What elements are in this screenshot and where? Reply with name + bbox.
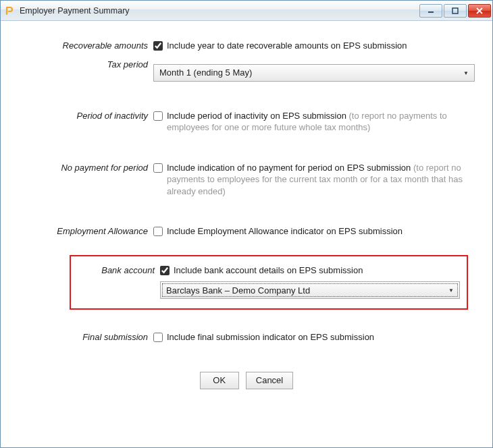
- checkbox-bank-account[interactable]: Include bank account details on EPS subm…: [160, 264, 460, 277]
- chevron-down-icon: ▼: [463, 69, 469, 76]
- window-frame: Employer Payment Summary Recoverable amo…: [0, 0, 493, 448]
- select-bank-account[interactable]: Barclays Bank – Demo Company Ltd ▼: [160, 281, 460, 299]
- checkbox-bank-account-text: Include bank account details on EPS subm…: [174, 264, 363, 277]
- label-emp-allowance: Employment Allowance: [18, 225, 153, 236]
- select-bank-account-value: Barclays Bank – Demo Company Ltd: [166, 285, 310, 296]
- checkbox-inactivity-text: Include period of inactivity on EPS subm…: [167, 111, 349, 121]
- checkbox-final-submission-input[interactable]: [153, 333, 163, 342]
- highlight-bank-account: Bank account Include bank account detail…: [70, 255, 468, 310]
- cancel-button[interactable]: Cancel: [246, 372, 293, 389]
- app-icon: [5, 5, 16, 16]
- checkbox-inactivity[interactable]: Include period of inactivity on EPS subm…: [153, 110, 475, 134]
- row-inactivity: Period of inactivity Include period of i…: [18, 110, 475, 134]
- minimize-button[interactable]: [419, 4, 442, 18]
- checkbox-emp-allowance-input[interactable]: [153, 227, 163, 236]
- label-inactivity: Period of inactivity: [18, 110, 153, 121]
- row-tax-period: Tax period Month 1 (ending 5 May) ▼: [18, 59, 475, 82]
- row-emp-allowance: Employment Allowance Include Employment …: [18, 225, 475, 237]
- checkbox-emp-allowance[interactable]: Include Employment Allowance indicator o…: [153, 225, 475, 237]
- checkbox-inactivity-input[interactable]: [153, 111, 163, 121]
- checkbox-recoverable-input[interactable]: [153, 41, 163, 51]
- chevron-down-icon: ▼: [448, 287, 454, 293]
- select-tax-period[interactable]: Month 1 (ending 5 May) ▼: [153, 64, 475, 82]
- row-no-payment: No payment for period Include indication…: [18, 162, 475, 198]
- label-final-submission: Final submission: [18, 331, 153, 342]
- label-recoverable: Recoverable amounts: [18, 40, 153, 51]
- checkbox-recoverable-text: Include year to date recoverable amounts…: [167, 40, 407, 52]
- label-no-payment: No payment for period: [18, 162, 153, 173]
- maximize-button[interactable]: [444, 4, 467, 18]
- svg-rect-1: [452, 8, 458, 13]
- checkbox-bank-account-input[interactable]: [160, 266, 170, 275]
- close-button[interactable]: [468, 4, 491, 18]
- footer-buttons: OK Cancel: [18, 372, 475, 389]
- titlebar: Employer Payment Summary: [1, 1, 492, 21]
- label-bank-account: Bank account: [78, 264, 160, 275]
- row-bank-account: Bank account Include bank account detail…: [78, 264, 460, 300]
- window-controls: [418, 1, 491, 20]
- select-tax-period-value: Month 1 (ending 5 May): [159, 67, 252, 78]
- dialog-content: Recoverable amounts Include year to date…: [1, 21, 492, 447]
- svg-rect-0: [428, 11, 434, 13]
- row-final-submission: Final submission Include final submissio…: [18, 331, 475, 343]
- ok-button[interactable]: OK: [200, 372, 239, 389]
- checkbox-recoverable[interactable]: Include year to date recoverable amounts…: [153, 40, 475, 52]
- window-title: Employer Payment Summary: [20, 6, 418, 16]
- checkbox-no-payment[interactable]: Include indication of no payment for per…: [153, 162, 475, 198]
- checkbox-no-payment-text: Include indication of no payment for per…: [167, 163, 413, 173]
- checkbox-final-submission[interactable]: Include final submission indicator on EP…: [153, 331, 475, 343]
- row-recoverable: Recoverable amounts Include year to date…: [18, 40, 475, 52]
- label-tax-period: Tax period: [18, 59, 153, 69]
- checkbox-final-submission-text: Include final submission indicator on EP…: [167, 331, 374, 343]
- checkbox-emp-allowance-text: Include Employment Allowance indicator o…: [167, 225, 403, 237]
- minimize-icon: [427, 7, 434, 14]
- maximize-icon: [452, 7, 459, 14]
- close-icon: [476, 7, 483, 14]
- checkbox-no-payment-input[interactable]: [153, 163, 163, 173]
